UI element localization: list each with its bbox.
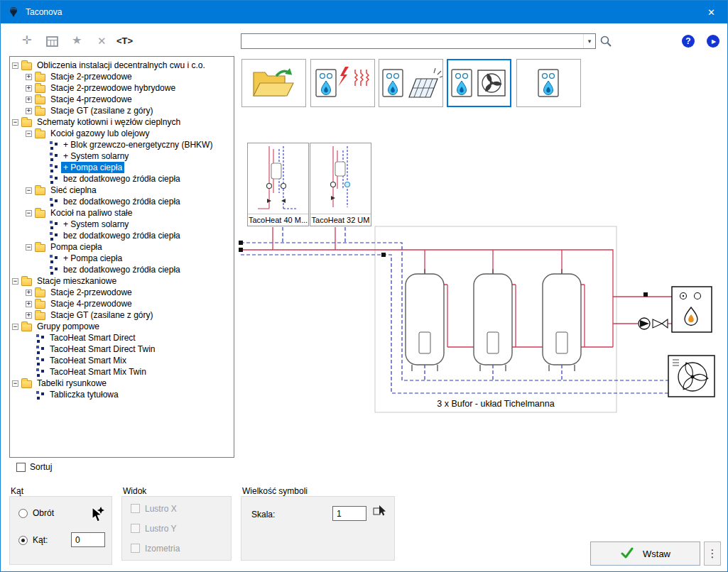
minus-expander-icon[interactable]: −: [26, 244, 32, 251]
plus-expander-icon[interactable]: +: [26, 85, 32, 92]
checkbox-label: Izometria: [145, 544, 180, 554]
window-title: Taconova: [26, 7, 62, 17]
tree-item[interactable]: +Stacje 4-przewodowe: [10, 94, 234, 105]
boiler-chp-button[interactable]: [310, 59, 375, 107]
delete-icon[interactable]: ✕: [97, 35, 107, 46]
gallery-item-label: TacoHeat 40 M...: [248, 214, 308, 226]
angle-radio[interactable]: [18, 536, 28, 545]
tree-item[interactable]: −Grupy pompowe: [10, 321, 234, 332]
plus-expander-icon[interactable]: +: [26, 108, 32, 114]
insert-button[interactable]: Wstaw: [590, 541, 700, 566]
play-button[interactable]: ▶: [707, 35, 719, 48]
tree[interactable]: −Obliczenia instalacji decentralnych cwu…: [9, 56, 234, 458]
tree-item[interactable]: +Stacje 2-przewodowe hybrydowe: [10, 82, 234, 94]
tree-item[interactable]: + Blok grzewczo-energetyczny (BHKW): [10, 139, 234, 150]
close-button[interactable]: ✕: [695, 1, 727, 23]
boiler-only-button[interactable]: [516, 59, 581, 107]
chevron-down-icon[interactable]: ▾: [583, 34, 595, 48]
grid-icon[interactable]: [46, 36, 58, 48]
tree-item[interactable]: TacoHeat Smart Mix: [10, 355, 234, 366]
add-icon[interactable]: ✛: [22, 35, 31, 46]
tree-item[interactable]: TacoHeat Smart Direct Twin: [10, 343, 234, 355]
gallery-item-tacoheat-40[interactable]: TacoHeat 40 M...: [247, 143, 309, 226]
scale-label: Skala:: [251, 510, 275, 519]
tree-item[interactable]: Tabliczka tytułowa: [10, 389, 234, 400]
sort-checkbox-label: Sortuj: [30, 462, 52, 472]
minus-expander-icon[interactable]: −: [12, 62, 18, 69]
tree-item[interactable]: −Sieć cieplna: [10, 185, 234, 196]
tree-item[interactable]: bez dodatkowego źródła ciepła: [10, 230, 234, 241]
tree-item[interactable]: −Pompa ciepła: [10, 241, 234, 253]
block-icon: [49, 220, 58, 229]
tree-item[interactable]: +Stacje GT (zasilane z góry): [10, 105, 234, 116]
tree-item[interactable]: −Schematy kotłowni i węzłów cieplnych: [10, 116, 234, 128]
plus-expander-icon[interactable]: +: [26, 290, 32, 296]
pick-object-icon[interactable]: [372, 504, 386, 520]
search-combobox[interactable]: ▾: [241, 33, 596, 49]
tree-item[interactable]: + System solarny: [10, 219, 234, 230]
text-attribute-icon[interactable]: <T>: [116, 36, 133, 45]
plus-expander-icon[interactable]: +: [26, 74, 32, 80]
plus-expander-icon[interactable]: +: [26, 301, 32, 307]
tree-item-label: + Pompa ciepła: [61, 162, 124, 173]
open-symbol-file-button[interactable]: [241, 59, 306, 107]
tree-item[interactable]: bez dodatkowego źródła ciepła: [10, 264, 234, 275]
sort-checkbox-row[interactable]: Sortuj: [16, 462, 52, 472]
tree-item[interactable]: +Stacje GT (zasilane z góry): [10, 309, 234, 321]
block-icon: [36, 345, 45, 354]
folder-icon: [21, 380, 32, 388]
tree-item[interactable]: −Tabelki rysunkowe: [10, 378, 234, 389]
plus-expander-icon[interactable]: +: [26, 97, 32, 103]
block-icon: [36, 368, 45, 377]
search-input[interactable]: [241, 34, 583, 48]
search-icon[interactable]: [599, 35, 612, 50]
tree-item[interactable]: TacoHeat Smart Direct: [10, 332, 234, 343]
tree-item-label: Grupy pompowe: [35, 321, 102, 332]
tree-item[interactable]: +Stacje 2-przewodowe: [10, 287, 234, 298]
star-icon[interactable]: ★: [72, 35, 82, 46]
view-option-izometria: Izometria: [131, 543, 180, 554]
tree-item-label: Stacje 4-przewodowe: [48, 94, 134, 105]
minus-expander-icon[interactable]: −: [12, 119, 18, 126]
minus-expander-icon[interactable]: −: [12, 324, 18, 330]
tree-item[interactable]: + Pompa ciepła: [10, 162, 234, 173]
tree-item[interactable]: bez dodatkowego źródła ciepła: [10, 196, 234, 207]
tree-item[interactable]: −Obliczenia instalacji decentralnych cwu…: [10, 60, 234, 71]
angle-group-title: Kąt: [11, 486, 23, 496]
boiler-heatpump-button[interactable]: [447, 59, 511, 107]
gallery-item-tacoheat-32[interactable]: TacoHeat 32 UM: [310, 143, 371, 226]
angle-radio-row[interactable]: Kąt:: [18, 535, 48, 545]
rotate-radio-row[interactable]: Obrót: [18, 508, 54, 518]
tree-item[interactable]: −Kocioł gazowy lub olejowy: [10, 128, 234, 139]
tree-item-label: Obliczenia instalacji decentralnych cwu …: [35, 60, 207, 71]
tree-item[interactable]: bez dodatkowego źródła ciepła: [10, 173, 234, 185]
block-icon: [49, 254, 58, 263]
tree-item[interactable]: +Stacje 4-przewodowe: [10, 298, 234, 309]
tree-item[interactable]: +Stacje 2-przewodowe: [10, 71, 234, 82]
angle-input[interactable]: [71, 532, 105, 547]
block-icon: [36, 390, 45, 400]
tree-item[interactable]: + System solarny: [10, 150, 234, 162]
tree-item[interactable]: TacoHeat Smart Mix Twin: [10, 366, 234, 378]
minus-expander-icon[interactable]: −: [12, 380, 18, 387]
tree-item-label: + System solarny: [61, 150, 131, 162]
plus-expander-icon[interactable]: +: [26, 312, 32, 319]
tree-item[interactable]: −Kocioł na paliwo stałe: [10, 207, 234, 219]
tree-item-label: Tabliczka tytułowa: [48, 389, 121, 400]
more-options-button[interactable]: ⋮: [704, 541, 721, 566]
minus-expander-icon[interactable]: −: [12, 278, 18, 285]
rotate-radio[interactable]: [18, 509, 28, 518]
sort-checkbox[interactable]: [16, 463, 26, 472]
tree-item-label: bez dodatkowego źródła ciepła: [61, 173, 183, 185]
tree-item-label: bez dodatkowego źródła ciepła: [61, 230, 183, 241]
minus-expander-icon[interactable]: −: [26, 187, 32, 194]
tree-item-label: Stacje mieszkaniowe: [35, 275, 119, 287]
help-button[interactable]: ?: [682, 35, 695, 48]
minus-expander-icon[interactable]: −: [26, 131, 32, 137]
minus-expander-icon[interactable]: −: [26, 210, 32, 216]
boiler-solar-button[interactable]: [379, 59, 443, 107]
tree-item[interactable]: + Pompa ciepła: [10, 253, 234, 264]
scale-input[interactable]: [332, 506, 366, 521]
checkbox-label: Lustro X: [145, 504, 177, 514]
tree-item[interactable]: −Stacje mieszkaniowe: [10, 275, 234, 287]
